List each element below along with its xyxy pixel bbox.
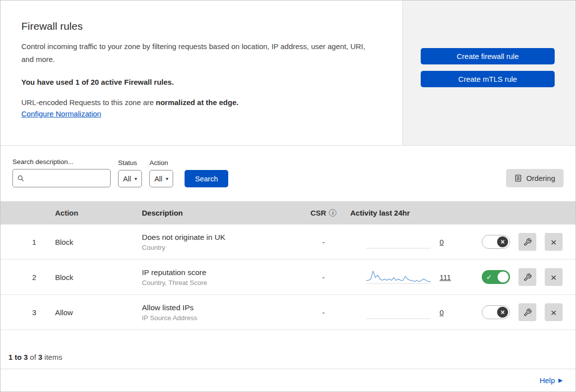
pagination-summary: 1 to 3 of 3 items bbox=[0, 330, 576, 369]
rule-enabled-toggle[interactable]: ✓ × bbox=[482, 270, 510, 284]
status-select[interactable]: All ▾ bbox=[118, 170, 142, 187]
activity-sparkline bbox=[366, 304, 431, 321]
status-selected-value: All bbox=[123, 175, 131, 183]
search-description-input[interactable] bbox=[12, 169, 111, 187]
activity-count-link[interactable]: 111 bbox=[440, 273, 451, 281]
help-bar: Help ▶ bbox=[0, 369, 576, 392]
create-mtls-rule-button[interactable]: Create mTLS rule bbox=[421, 71, 555, 87]
filter-bar: Search description... Status All ▾ Actio… bbox=[0, 146, 576, 201]
toggle-knob: × bbox=[497, 307, 508, 318]
rule-activity-cell: 111 bbox=[348, 269, 472, 285]
table-row: 3 Allow Allow listed IPs IP Source Addre… bbox=[0, 295, 576, 330]
close-icon: × bbox=[551, 272, 557, 282]
rule-csr-value: - bbox=[299, 273, 348, 281]
rule-action: Allow bbox=[48, 308, 135, 317]
action-selected-value: All bbox=[154, 175, 162, 183]
rule-csr-value: - bbox=[299, 238, 348, 246]
create-firewall-rule-button[interactable]: Create firewall rule bbox=[421, 48, 555, 64]
search-field: Search description... bbox=[12, 158, 111, 187]
rule-description-cell: Allow listed IPs IP Source Address bbox=[135, 303, 299, 322]
rule-description: Allow listed IPs bbox=[142, 303, 299, 312]
normalization-bold: normalized at the edge. bbox=[156, 98, 239, 107]
page-description: Control incoming traffic to your zone by… bbox=[21, 40, 375, 66]
rule-number: 3 bbox=[0, 308, 48, 317]
activity-sparkline bbox=[366, 269, 431, 285]
action-select[interactable]: All ▾ bbox=[149, 170, 173, 187]
rule-description: IP reputation score bbox=[142, 268, 299, 277]
firewall-rules-page: Firewall rules Control incoming traffic … bbox=[0, 0, 576, 392]
activity-count-link[interactable]: 0 bbox=[440, 308, 444, 317]
activity-count-link[interactable]: 0 bbox=[440, 238, 444, 246]
action-field: Action All ▾ bbox=[149, 159, 173, 187]
rule-controls: ✓ × × bbox=[472, 233, 576, 251]
activity-sparkline bbox=[366, 233, 431, 250]
edit-rule-button[interactable] bbox=[518, 233, 536, 251]
rule-controls: ✓ × × bbox=[472, 303, 576, 321]
table-row: 1 Block Does not originate in UK Country… bbox=[0, 224, 576, 260]
configure-normalization-link[interactable]: Configure Normalization bbox=[21, 110, 101, 118]
header-activity: Activity last 24hr bbox=[348, 209, 472, 217]
rule-activity-cell: 0 bbox=[348, 233, 472, 250]
chevron-down-icon: ▾ bbox=[134, 176, 137, 181]
close-icon: × bbox=[551, 237, 557, 247]
table-row: 2 Block IP reputation score Country, Thr… bbox=[0, 260, 576, 295]
rule-number: 2 bbox=[0, 273, 48, 281]
actions-panel: Create firewall rule Create mTLS rule bbox=[403, 0, 576, 145]
rule-controls: ✓ × × bbox=[472, 268, 576, 286]
rule-action: Block bbox=[48, 238, 135, 246]
rule-description-cell: IP reputation score Country, Threat Scor… bbox=[135, 268, 299, 286]
edit-rule-button[interactable] bbox=[518, 268, 536, 286]
rule-number: 1 bbox=[0, 238, 48, 246]
status-field: Status All ▾ bbox=[118, 159, 142, 187]
search-icon bbox=[17, 175, 24, 182]
wrench-icon bbox=[523, 238, 532, 246]
usage-note: You have used 1 of 20 active Firewall ru… bbox=[21, 78, 379, 86]
check-icon: ✓ bbox=[486, 273, 492, 281]
page-title: Firewall rules bbox=[21, 20, 379, 32]
search-label: Search description... bbox=[12, 158, 111, 166]
rule-enabled-toggle[interactable]: ✓ × bbox=[482, 305, 510, 319]
header-csr: CSR i bbox=[299, 209, 348, 217]
ordering-button-label: Ordering bbox=[526, 174, 555, 182]
wrench-icon bbox=[523, 308, 532, 317]
pagination-range: 1 to 3 bbox=[8, 353, 28, 361]
pagination-items: items bbox=[45, 353, 63, 361]
normalization-text: URL-encoded Requests to this zone are bbox=[21, 98, 156, 107]
rule-description-cell: Does not originate in UK Country bbox=[135, 233, 299, 251]
search-button[interactable]: Search bbox=[185, 170, 228, 187]
search-box bbox=[12, 169, 111, 187]
status-label: Status bbox=[118, 159, 142, 167]
close-icon: × bbox=[551, 307, 557, 318]
rule-criteria: Country bbox=[142, 244, 299, 251]
pagination-of: of bbox=[30, 353, 36, 361]
delete-rule-button[interactable]: × bbox=[545, 268, 563, 286]
rule-description: Does not originate in UK bbox=[142, 233, 299, 242]
header-description: Description bbox=[135, 209, 299, 217]
header-action: Action bbox=[48, 209, 135, 217]
info-icon[interactable]: i bbox=[329, 209, 336, 217]
x-icon: × bbox=[501, 309, 505, 316]
help-link-label: Help bbox=[540, 376, 555, 385]
x-icon: × bbox=[501, 238, 505, 245]
ordering-button[interactable]: Ordering bbox=[506, 169, 564, 187]
toggle-knob: × bbox=[497, 236, 508, 247]
rule-activity-cell: 0 bbox=[348, 304, 472, 321]
header-csr-label: CSR bbox=[311, 209, 326, 217]
rule-criteria: IP Source Address bbox=[142, 314, 299, 322]
normalization-note: URL-encoded Requests to this zone are no… bbox=[21, 98, 379, 107]
delete-rule-button[interactable]: × bbox=[545, 303, 563, 321]
chevron-down-icon: ▾ bbox=[166, 176, 168, 181]
rule-enabled-toggle[interactable]: ✓ × bbox=[482, 235, 510, 249]
rule-csr-value: - bbox=[299, 308, 348, 317]
help-link[interactable]: Help ▶ bbox=[540, 376, 563, 385]
edit-rule-button[interactable] bbox=[518, 303, 536, 321]
action-label: Action bbox=[149, 159, 173, 167]
arrow-right-icon: ▶ bbox=[559, 377, 563, 384]
page-header: Firewall rules Control incoming traffic … bbox=[0, 0, 576, 146]
intro-panel: Firewall rules Control incoming traffic … bbox=[0, 0, 403, 145]
delete-rule-button[interactable]: × bbox=[545, 233, 563, 251]
ordering-icon bbox=[514, 174, 522, 182]
toggle-knob: × bbox=[498, 272, 509, 282]
pagination-total: 3 bbox=[38, 353, 42, 361]
wrench-icon bbox=[523, 273, 532, 281]
